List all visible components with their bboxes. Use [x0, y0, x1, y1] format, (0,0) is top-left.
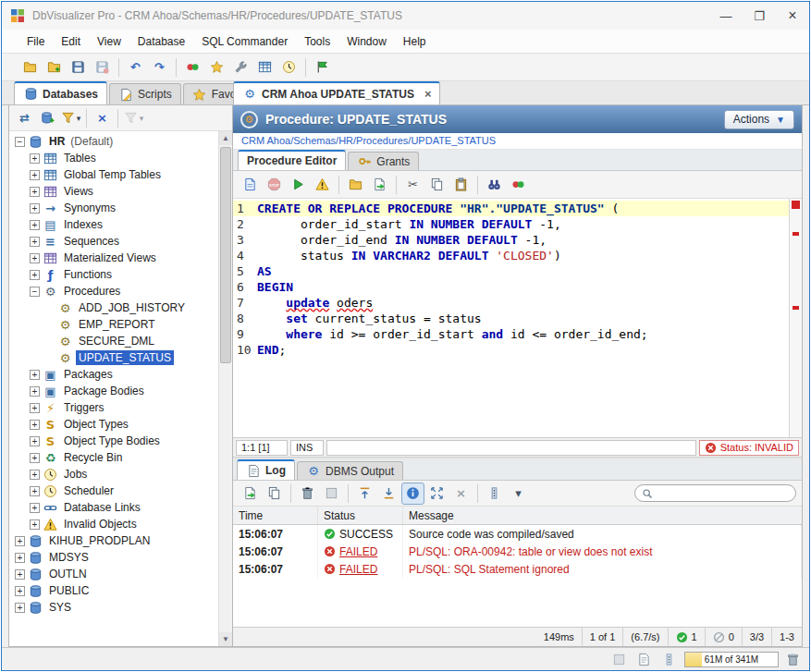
expander-plus-icon[interactable]: + [30, 436, 40, 446]
tree-item-indexes[interactable]: +▤Indexes [9, 216, 218, 233]
scroll-to-top-button[interactable] [353, 483, 376, 505]
tree-item-sys[interactable]: +SYS [9, 599, 218, 616]
code-line[interactable]: 1CREATE OR REPLACE PROCEDURE "HR"."UPDAT… [233, 201, 789, 216]
show-errors-button[interactable] [311, 174, 334, 196]
tree-item-packages[interactable]: +▣Packages [9, 366, 218, 383]
expander-plus-icon[interactable]: + [30, 470, 40, 480]
expander-plus-icon[interactable]: + [30, 519, 40, 530]
tree-item-functions[interactable]: +ƒFunctions [9, 266, 218, 283]
expander-plus-icon[interactable]: + [15, 603, 25, 613]
tree-item-outln[interactable]: +OUTLN [9, 566, 218, 582]
expander-plus-icon[interactable]: + [15, 569, 25, 580]
code-line[interactable]: 5AS [233, 263, 789, 279]
code-line[interactable]: 10END; [233, 342, 789, 358]
log-row[interactable]: 15:06:07FAILEDPL/SQL: ORA-00942: table o… [233, 543, 802, 560]
expander-plus-icon[interactable]: + [30, 203, 40, 214]
expander-plus-icon[interactable]: + [30, 253, 40, 263]
menu-file[interactable]: File [18, 31, 53, 53]
menu-database[interactable]: Database [129, 31, 193, 53]
tree-item-add-job-history[interactable]: ⚙ADD_JOB_HISTORY [9, 299, 218, 316]
log-search-box[interactable] [634, 484, 796, 502]
menu-window[interactable]: Window [338, 31, 395, 53]
tab-grants[interactable]: Grants [348, 152, 419, 170]
tree-item-tables[interactable]: +Tables [9, 150, 218, 166]
expander-plus-icon[interactable]: + [15, 586, 25, 596]
copy-button[interactable] [425, 174, 449, 196]
tab-databases[interactable]: Databases [14, 81, 107, 104]
expander-plus-icon[interactable]: + [30, 370, 40, 380]
tree-item-package-bodies[interactable]: +▣Package Bodies [9, 383, 218, 399]
tree-item-update-status[interactable]: ⚙UPDATE_STATUS [9, 349, 218, 366]
tree-item-sequences[interactable]: +≡Sequences [9, 233, 218, 250]
menu-view[interactable]: View [89, 31, 129, 53]
tree-item-scheduler[interactable]: +Scheduler [9, 483, 218, 499]
expander-plus-icon[interactable]: + [30, 486, 40, 496]
expander-plus-icon[interactable]: + [30, 237, 40, 247]
choose-columns-button[interactable] [483, 483, 506, 505]
tree-item-emp-report[interactable]: ⚙EMP_REPORT [9, 316, 218, 333]
history-button[interactable] [277, 56, 301, 79]
expander-plus-icon[interactable]: + [30, 187, 40, 197]
tree-item-public[interactable]: +PUBLIC [9, 582, 218, 599]
error-mark[interactable] [793, 306, 799, 310]
tree-item-mdsys[interactable]: +MDSYS [9, 549, 218, 566]
code-lines[interactable]: 1CREATE OR REPLACE PROCEDURE "HR"."UPDAT… [233, 199, 789, 437]
stop-button[interactable]: STOP [263, 174, 286, 196]
menu-sql-commander[interactable]: SQL Commander [193, 31, 296, 53]
create-connection-button[interactable] [36, 107, 59, 129]
pin-log-button[interactable] [320, 483, 343, 505]
code-line[interactable]: 7 update oders [233, 295, 789, 311]
tab-log[interactable]: Log [237, 459, 295, 480]
tree-item-database-links[interactable]: +Database Links [9, 499, 218, 516]
cut-button[interactable]: ✂ [401, 174, 424, 196]
code-editor[interactable]: 1CREATE OR REPLACE PROCEDURE "HR"."UPDAT… [233, 199, 802, 437]
expander-plus-icon[interactable]: + [30, 503, 40, 513]
refresh-tree-button[interactable]: ⇄ [13, 107, 36, 129]
save-procedure-button[interactable] [239, 174, 262, 196]
expander-plus-icon[interactable]: + [30, 270, 40, 280]
tab-crm-ahoa-update-status[interactable]: ⚙CRM Ahoa UPDATE_STATUS× [233, 81, 440, 104]
object-tree[interactable]: −HR(Default)+Tables+Global Temp Tables+V… [9, 131, 218, 646]
tree-item-triggers[interactable]: +⚡Triggers [9, 399, 218, 416]
table-data-button[interactable] [253, 56, 276, 79]
code-line[interactable]: 2 order_id_start IN NUMBER DEFAULT -1, [233, 216, 789, 232]
code-line[interactable]: 3 order_id_end IN NUMBER DEFAULT -1, [233, 232, 789, 248]
filter-settings-button[interactable]: ▾ [122, 107, 145, 129]
load-from-file-button[interactable] [344, 174, 367, 196]
maximize-button[interactable]: ❐ [743, 2, 776, 30]
compare-editor-button[interactable] [507, 174, 530, 196]
panels-indicator-button[interactable] [659, 650, 678, 668]
expander-plus-icon[interactable]: + [30, 170, 40, 180]
scroll-to-bottom-button[interactable] [377, 483, 400, 505]
tree-item-procedures[interactable]: −⚙Procedures [9, 283, 218, 299]
code-line[interactable]: 8 set current_status = status [233, 311, 789, 326]
log-row[interactable]: 15:06:07SUCCESSSource code was compiled/… [233, 525, 802, 543]
tree-item-object-types[interactable]: +SObject Types [9, 416, 218, 433]
tree-item-object-type-bodies[interactable]: +SObject Type Bodies [9, 433, 218, 449]
forward-button[interactable]: ↷ [148, 56, 171, 79]
tree-item-recycle-bin[interactable]: +♻Recycle Bin [9, 449, 218, 466]
expander-plus-icon[interactable]: + [30, 453, 40, 463]
tab-dbms-output[interactable]: ⚙DBMS Output [297, 461, 403, 480]
log-column-status[interactable]: Status [318, 507, 403, 524]
actions-button[interactable]: Actions ▼ [724, 110, 794, 129]
garbage-collect-button[interactable] [785, 652, 800, 666]
minimize-button[interactable]: — [709, 2, 743, 30]
expander-plus-icon[interactable]: + [30, 386, 40, 397]
tree-item-secure-dml[interactable]: ⚙SECURE_DML [9, 333, 218, 349]
expander-plus-icon[interactable]: + [15, 553, 25, 563]
expander-plus-icon[interactable]: + [30, 403, 40, 413]
expander-plus-icon[interactable]: + [30, 153, 40, 164]
log-column-message[interactable]: Message [403, 507, 802, 524]
tree-item-jobs[interactable]: +Jobs [9, 466, 218, 483]
tree-item-materialized-views[interactable]: +Materialized Views [9, 250, 218, 266]
scrollbar-thumb[interactable] [220, 147, 231, 363]
error-ruler[interactable] [789, 199, 802, 437]
log-column-time[interactable]: Time [233, 507, 318, 524]
connections-indicator-button[interactable] [609, 650, 628, 668]
expander-minus-icon[interactable]: − [30, 287, 40, 297]
expander-minus-icon[interactable]: − [15, 137, 25, 147]
paste-button[interactable] [449, 174, 473, 196]
clear-filter-button[interactable]: × [449, 483, 473, 505]
scroll-down-icon[interactable]: ▼ [219, 632, 232, 646]
